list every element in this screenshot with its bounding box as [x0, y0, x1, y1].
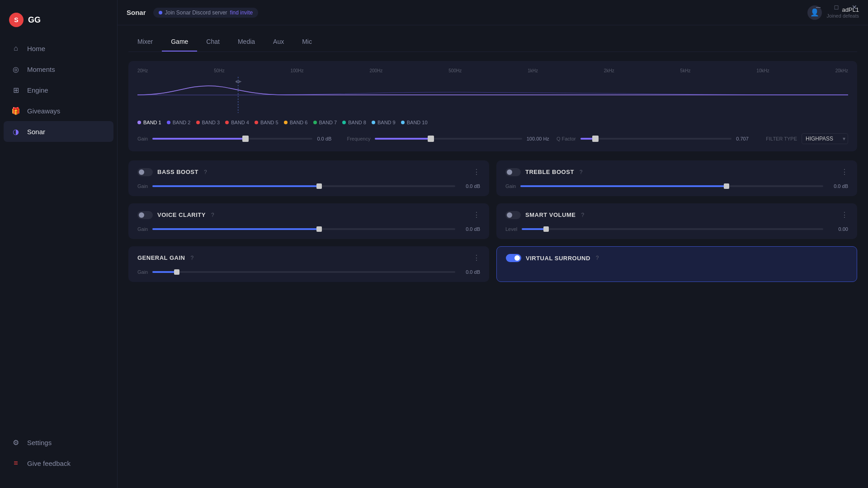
general-gain-help-icon[interactable]: ? [190, 255, 193, 261]
main-panel: ─ □ ✕ Sonar Join Sonar Discord server fi… [118, 0, 868, 488]
treble-boost-more-icon[interactable]: ⋮ [841, 168, 848, 176]
sidebar-item-feedback[interactable]: ≡ Give feedback [4, 453, 113, 474]
band-label-text-1: BAND 1 [143, 120, 161, 125]
tab-media[interactable]: Media [229, 34, 264, 52]
app-logo: S GG [0, 7, 117, 38]
eq-section: 20Hz50Hz100Hz200Hz500Hz1kHz2kHz5kHz10kHz… [128, 61, 857, 151]
bass-boost-more-icon[interactable]: ⋮ [473, 168, 480, 176]
general-gain-name: GENERAL GAIN [137, 254, 185, 261]
voice-clarity-toggle[interactable] [137, 211, 153, 219]
sidebar-item-moments[interactable]: ◎ Moments [4, 59, 113, 80]
voice-clarity-more-icon[interactable]: ⋮ [473, 211, 480, 219]
treble-boost-help-icon[interactable]: ? [580, 169, 583, 175]
band-label-9[interactable]: BAND 9 [372, 118, 401, 127]
voice-clarity-card: VOICE CLARITY ? ⋮ Gain 0.0 dB [128, 203, 489, 239]
app-title: GG [28, 15, 41, 25]
eq-graph: ✏ [137, 77, 848, 113]
freq-label-20kHz: 20kHz [835, 68, 848, 73]
giveaways-nav-icon: 🎁 [11, 106, 21, 116]
freq-label-20Hz: 20Hz [137, 68, 148, 73]
gain-slider[interactable] [152, 138, 312, 140]
tab-chat[interactable]: Chat [197, 34, 229, 52]
discord-label: Join Sonar Discord server [165, 9, 227, 16]
freq-label-500Hz: 500Hz [448, 68, 462, 73]
engine-nav-icon: ⊞ [11, 85, 21, 95]
smart-volume-toggle[interactable] [505, 211, 521, 219]
bottom-effects-grid: GENERAL GAIN ? ⋮ Gain 0.0 dB [128, 246, 857, 282]
band-label-6[interactable]: BAND 6 [284, 118, 313, 127]
bass-boost-slider[interactable] [152, 185, 455, 187]
q-slider[interactable] [580, 138, 732, 140]
tab-mic[interactable]: Mic [293, 34, 321, 52]
eq-controls-row: Gain 0.0 dB Frequency 100.00 Hz [137, 133, 848, 144]
gain-control: Gain 0.0 dB [137, 136, 340, 141]
settings-nav-icon: ⚙ [11, 437, 21, 447]
tab-game[interactable]: Game [162, 34, 197, 52]
filter-type-select[interactable]: HIGHPASSLOWPASSPEAKNOTCHLOWSHELFHIGHSHEL… [802, 133, 848, 144]
smart-volume-name: SMART VOLUME [525, 211, 576, 218]
sidebar-item-settings[interactable]: ⚙ Settings [4, 432, 113, 453]
sidebar-item-home[interactable]: ⌂ Home [4, 38, 113, 59]
sidebar-item-engine[interactable]: ⊞ Engine [4, 80, 113, 100]
tab-mixer[interactable]: Mixer [128, 34, 162, 52]
sidebar-item-sonar[interactable]: ◑ Sonar [4, 121, 113, 142]
sonar-nav-icon: ◑ [11, 127, 21, 136]
voice-clarity-gain-label: Gain [137, 226, 148, 232]
treble-boost-slider[interactable] [520, 185, 823, 187]
bass-boost-help-icon[interactable]: ? [204, 169, 207, 175]
general-gain-more-icon[interactable]: ⋮ [473, 253, 480, 262]
sidebar-item-label-engine: Engine [27, 86, 48, 94]
band-dot-2 [167, 121, 170, 124]
close-button[interactable]: ✕ [848, 1, 861, 14]
treble-boost-toggle[interactable] [505, 168, 521, 176]
logo-icon: S [9, 13, 24, 27]
tabs-bar: MixerGameChatMediaAuxMic [128, 34, 857, 52]
sidebar-item-label-moments: Moments [27, 66, 55, 73]
general-gain-header: GENERAL GAIN ? ⋮ [137, 253, 480, 262]
smart-volume-slider[interactable] [522, 228, 823, 230]
bass-boost-toggle[interactable] [137, 168, 153, 176]
voice-clarity-slider[interactable] [152, 228, 455, 230]
band-label-5[interactable]: BAND 5 [255, 118, 284, 127]
tab-aux[interactable]: Aux [264, 34, 293, 52]
band-label-text-7: BAND 7 [319, 120, 337, 125]
effects-grid-row2: VOICE CLARITY ? ⋮ Gain 0.0 dB [128, 203, 857, 239]
treble-boost-gain-value: 0.0 dB [828, 183, 848, 189]
band-label-text-9: BAND 9 [377, 120, 396, 125]
smart-volume-title-row: SMART VOLUME ? [505, 211, 584, 219]
general-gain-value: 0.0 dB [460, 269, 480, 275]
frequency-slider[interactable] [375, 138, 522, 140]
maximize-button[interactable]: □ [830, 1, 843, 14]
band-label-4[interactable]: BAND 4 [225, 118, 255, 127]
gain-label: Gain [137, 136, 148, 141]
band-label-7[interactable]: BAND 7 [313, 118, 343, 127]
freq-label-10kHz: 10kHz [756, 68, 769, 73]
treble-boost-gain-label: Gain [505, 183, 516, 189]
band-dot-1 [137, 121, 141, 124]
sidebar-item-giveaways[interactable]: 🎁 Giveaways [4, 100, 113, 121]
virtual-surround-toggle[interactable] [506, 254, 521, 262]
frequency-control: Frequency 100.00 Hz [347, 136, 549, 141]
band-label-3[interactable]: BAND 3 [196, 118, 226, 127]
band-label-10[interactable]: BAND 10 [401, 118, 433, 127]
band-label-1[interactable]: BAND 1 [137, 118, 167, 127]
virtual-surround-title-row: VIRTUAL SURROUND ? [506, 254, 599, 262]
minimize-button[interactable]: ─ [812, 1, 825, 14]
band-dot-5 [255, 121, 258, 124]
q-label: Q Factor [557, 136, 576, 141]
smart-volume-help-icon[interactable]: ? [581, 212, 584, 218]
freq-label: Frequency [347, 136, 370, 141]
band-label-2[interactable]: BAND 2 [167, 118, 196, 127]
freq-label-200Hz: 200Hz [369, 68, 382, 73]
sidebar-item-label-feedback: Give feedback [27, 460, 71, 467]
voice-clarity-help-icon[interactable]: ? [211, 212, 214, 218]
band-label-8[interactable]: BAND 8 [342, 118, 372, 127]
treble-boost-control: Gain 0.0 dB [505, 183, 848, 189]
freq-label-1kHz: 1kHz [528, 68, 538, 73]
voice-clarity-title-row: VOICE CLARITY ? [137, 211, 214, 219]
virtual-surround-name: VIRTUAL SURROUND [526, 255, 590, 262]
smart-volume-more-icon[interactable]: ⋮ [841, 211, 848, 219]
virtual-surround-help-icon[interactable]: ? [596, 255, 599, 261]
filter-type-group: FILTER TYPE HIGHPASSLOWPASSPEAKNOTCHLOWS… [766, 133, 848, 144]
general-gain-slider[interactable] [152, 271, 455, 273]
